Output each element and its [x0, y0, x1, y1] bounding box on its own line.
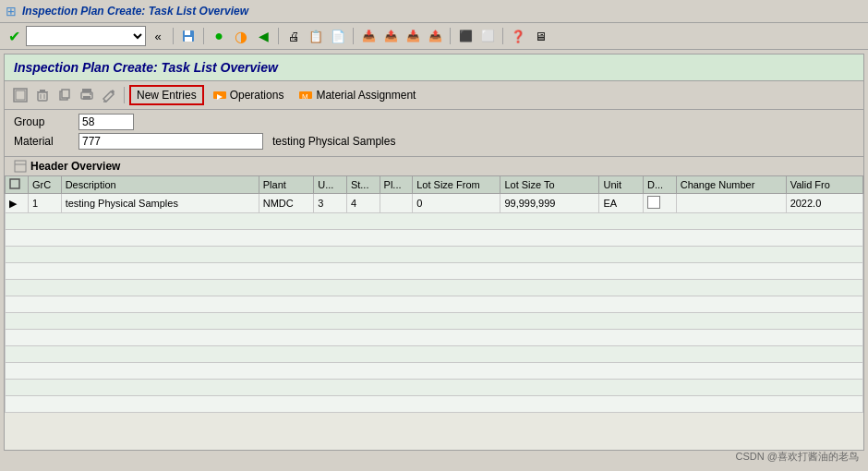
group-field-row: Group	[14, 114, 854, 130]
svg-rect-4	[16, 91, 25, 100]
main-content: Inspection Plan Create: Task List Overvi…	[4, 54, 864, 451]
main-toolbar: ✔ « ● ◑ ◀ 🖨 📋 📄 📥 📤 📥 📤 ⬛	[0, 23, 868, 50]
monitor-btn[interactable]: 🖥	[530, 26, 550, 46]
back-btn[interactable]: ◑	[231, 26, 251, 46]
separator-4	[353, 28, 354, 44]
separator-2	[203, 28, 204, 44]
row-d-cell	[644, 194, 677, 213]
table-row	[6, 346, 863, 363]
row-lot-from-cell: 0	[413, 194, 500, 213]
separator-5	[450, 28, 451, 44]
svg-point-15	[90, 93, 91, 95]
col-header-lot-size-from: Lot Size From	[413, 176, 500, 194]
table-row[interactable]: ▶ 1 testing Physical Samples NMDC 3 4 0 …	[6, 194, 863, 213]
nav-back-btn[interactable]: «	[148, 26, 168, 46]
new-entries-label: New Entries	[137, 89, 197, 102]
table-row	[6, 263, 863, 280]
row-valid-fro-cell: 2022.0	[786, 194, 862, 213]
row-st-cell: 4	[346, 194, 380, 213]
fields-area: Group Material testing Physical Samples	[5, 110, 863, 156]
svg-rect-21	[15, 161, 26, 172]
overview-header: Header Overview	[5, 156, 863, 175]
status-check-icon[interactable]: ✔	[4, 26, 24, 46]
col-header-unit: Unit	[599, 176, 644, 194]
material-assignment-button[interactable]: M Material Assignment	[292, 85, 422, 105]
title-bar: ⊞ Inspection Plan Create: Task List Over…	[0, 0, 868, 23]
nav1-btn[interactable]: 📥	[358, 26, 379, 46]
svg-rect-1	[185, 30, 190, 35]
col-header-select	[6, 176, 29, 194]
nav2-btn[interactable]: 📤	[380, 26, 401, 46]
copy-icon-btn[interactable]	[54, 85, 75, 105]
watermark: CSDN @喜欢打酱油的老鸟	[736, 450, 859, 464]
print-icon-btn[interactable]	[77, 85, 97, 105]
help-btn[interactable]: ❓	[508, 26, 528, 46]
delete-icon-btn[interactable]	[32, 85, 53, 105]
col-header-valid-fro: Valid Fro	[786, 176, 862, 194]
row-plant-cell: NMDC	[259, 194, 313, 213]
col-header-lot-size-to: Lot Size To	[500, 176, 599, 194]
title-bar-text: Inspection Plan Create: Task List Overvi…	[22, 5, 248, 18]
table-row	[6, 213, 863, 230]
row-change-number-cell	[676, 194, 786, 213]
material-input[interactable]	[78, 133, 263, 150]
col-header-pl: Pl...	[380, 176, 413, 194]
row-u-cell: 3	[314, 194, 347, 213]
table-row	[6, 280, 863, 296]
svg-rect-2	[185, 37, 192, 42]
row-unit-cell: EA	[599, 194, 644, 213]
new-entries-button[interactable]: New Entries	[129, 85, 204, 105]
operations-button[interactable]: Operations	[206, 85, 291, 105]
table-row	[6, 363, 863, 380]
nav3-btn[interactable]: 📥	[403, 26, 423, 46]
col-header-u: U...	[314, 176, 347, 194]
svg-rect-11	[62, 90, 69, 98]
button-toolbar: New Entries Operations M Material Assign…	[5, 81, 863, 110]
save-btn[interactable]	[178, 26, 199, 46]
prev-btn[interactable]: ◀	[253, 26, 273, 46]
col-header-plant: Plant	[259, 176, 313, 194]
table-row	[6, 296, 863, 313]
table-row	[6, 313, 863, 330]
table-row	[6, 380, 863, 396]
print-btn[interactable]: 🖨	[283, 26, 304, 46]
table-row	[6, 247, 863, 263]
window1-btn[interactable]: ⬛	[455, 26, 476, 46]
row-lot-to-cell: 99,999,999	[500, 194, 599, 213]
svg-text:M: M	[302, 92, 308, 101]
table-row	[6, 330, 863, 346]
group-label: Group	[14, 115, 78, 128]
section-header: Inspection Plan Create: Task List Overvi…	[5, 54, 863, 81]
command-dropdown[interactable]	[26, 26, 146, 46]
deletion-checkbox[interactable]	[647, 196, 660, 209]
material-label: Material	[14, 135, 78, 148]
col-header-st: St...	[346, 176, 380, 194]
material-description: testing Physical Samples	[272, 135, 395, 148]
row-select-cell[interactable]: ▶	[6, 194, 29, 213]
title-bar-icon: ⊞	[6, 4, 17, 18]
col-header-description: Description	[61, 176, 259, 194]
svg-rect-23	[10, 179, 19, 188]
refresh-btn[interactable]: ●	[209, 26, 229, 46]
separator-1	[173, 28, 174, 44]
separator-6	[502, 28, 503, 44]
separator-3	[278, 28, 279, 44]
col-header-d: D...	[644, 176, 677, 194]
col-header-change-number: Change Number	[676, 176, 786, 194]
col-header-grC: GrC	[28, 176, 61, 194]
overview-icon	[14, 160, 27, 173]
clipboard2-btn[interactable]: 📄	[328, 26, 348, 46]
material-assignment-label: Material Assignment	[316, 89, 416, 102]
window2-btn[interactable]: ⬜	[477, 26, 498, 46]
table-row	[6, 230, 863, 247]
svg-rect-7	[38, 92, 47, 101]
row-pl-cell	[380, 194, 413, 213]
row-description-cell: testing Physical Samples	[61, 194, 259, 213]
clipboard-btn[interactable]: 📋	[306, 26, 326, 46]
select-all-icon-btn[interactable]	[10, 85, 30, 105]
edit-icon-btn[interactable]	[99, 85, 119, 105]
group-input[interactable]	[78, 114, 134, 130]
nav4-btn[interactable]: 📤	[425, 26, 445, 46]
row-grC-cell: 1	[28, 194, 61, 213]
data-table: GrC Description Plant U... St... Pl... L…	[5, 175, 863, 413]
